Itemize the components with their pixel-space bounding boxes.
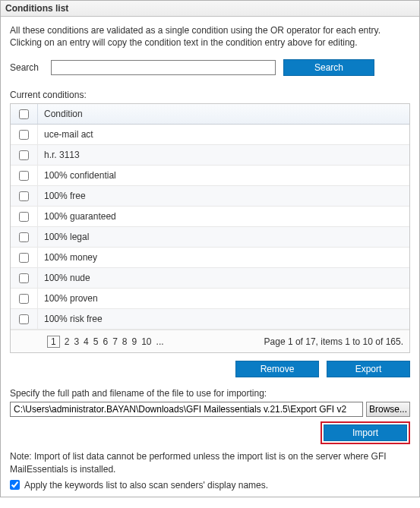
pager-page[interactable]: 6: [103, 336, 108, 347]
pager-info: Page 1 of 17, items 1 to 10 of 165.: [264, 336, 403, 347]
pager-page[interactable]: ...: [156, 336, 164, 347]
condition-cell: 100% guaranteed: [38, 211, 409, 222]
select-all-checkbox[interactable]: [19, 109, 29, 119]
search-label: Search: [10, 62, 43, 73]
table-row[interactable]: 100% guaranteed: [11, 207, 409, 227]
condition-cell: 100% legal: [38, 232, 409, 242]
pager-page[interactable]: 3: [74, 336, 79, 347]
import-label: Specify the full path and filename of th…: [10, 388, 410, 399]
table-row[interactable]: 100% proven: [11, 289, 409, 309]
row-checkbox[interactable]: [19, 232, 29, 242]
table-row[interactable]: 100% legal: [11, 227, 409, 248]
pager-page[interactable]: 10: [141, 336, 151, 347]
search-input[interactable]: [51, 60, 276, 75]
browse-button[interactable]: Browse...: [366, 402, 410, 417]
table-row[interactable]: 100% risk free: [11, 309, 409, 330]
condition-cell: 100% free: [38, 191, 409, 201]
import-path-input[interactable]: [10, 402, 363, 417]
condition-cell: uce-mail act: [38, 129, 409, 140]
pager-page[interactable]: 5: [93, 336, 99, 347]
conditions-label: Current conditions:: [10, 90, 410, 100]
intro-text: All these conditions are validated as a …: [10, 24, 410, 49]
note-text: Note: Import of list data cannot be perf…: [10, 450, 410, 475]
row-checkbox[interactable]: [19, 130, 29, 140]
table-row[interactable]: 100% free: [11, 186, 409, 207]
condition-cell: 100% nude: [38, 273, 409, 283]
row-checkbox[interactable]: [19, 314, 29, 324]
import-button[interactable]: Import: [324, 424, 407, 441]
row-checkbox[interactable]: [19, 294, 29, 304]
pager-page[interactable]: 1: [47, 336, 60, 348]
table-row[interactable]: 100% nude: [11, 268, 409, 289]
condition-cell: 100% money: [38, 252, 409, 263]
condition-cell: 100% proven: [38, 293, 409, 304]
apply-keywords-checkbox[interactable]: [10, 480, 20, 490]
table-row[interactable]: 100% money: [11, 248, 409, 268]
conditions-grid: Condition uce-mail acth.r. 3113100% conf…: [10, 103, 410, 353]
column-header-condition[interactable]: Condition: [38, 109, 409, 119]
condition-cell: h.r. 3113: [38, 150, 409, 160]
condition-cell: 100% confidential: [38, 170, 409, 181]
row-checkbox[interactable]: [19, 253, 29, 263]
window-title: Conditions list: [1, 1, 419, 17]
row-checkbox[interactable]: [19, 273, 29, 283]
table-row[interactable]: 100% confidential: [11, 166, 409, 186]
pager-page[interactable]: 7: [112, 336, 118, 347]
pager-page[interactable]: 2: [65, 336, 70, 347]
row-checkbox[interactable]: [19, 150, 29, 160]
pager-page[interactable]: 8: [122, 336, 128, 347]
row-checkbox[interactable]: [19, 171, 29, 181]
row-checkbox[interactable]: [19, 191, 29, 201]
table-row[interactable]: uce-mail act: [11, 125, 409, 145]
condition-cell: 100% risk free: [38, 314, 409, 324]
search-button[interactable]: Search: [283, 59, 374, 76]
row-checkbox[interactable]: [19, 212, 29, 222]
remove-button[interactable]: Remove: [235, 361, 319, 377]
table-row[interactable]: h.r. 3113: [11, 145, 409, 166]
export-button[interactable]: Export: [327, 361, 410, 377]
pager-page[interactable]: 9: [132, 336, 137, 347]
pager-page[interactable]: 4: [84, 336, 89, 347]
apply-keywords-label: Apply the keywords list to also scan sen…: [24, 480, 268, 491]
import-highlight: Import: [321, 421, 410, 444]
